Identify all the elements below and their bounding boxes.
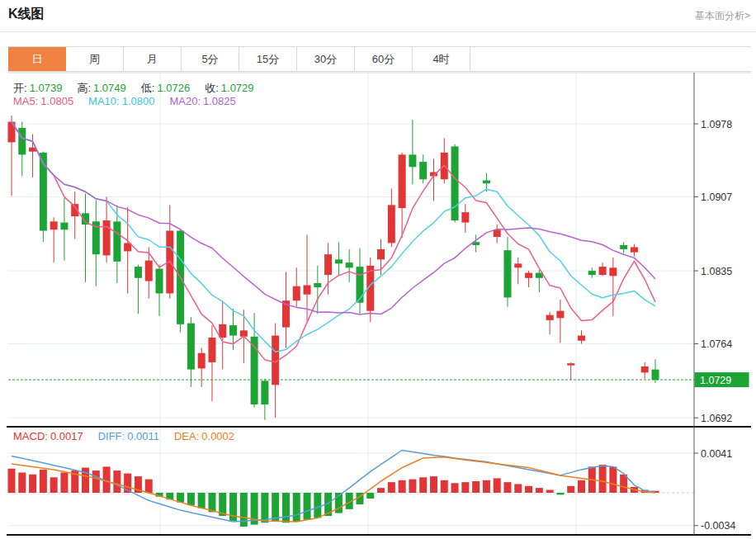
ohlc-legend: 开:1.0739高:1.0749低:1.0726收:1.0729 [13, 81, 269, 96]
price-axis-label: 1.0835 [701, 266, 732, 277]
ohlc-legend-open: 开:1.0739 [13, 82, 62, 94]
legend-label: MA10: [88, 95, 120, 107]
ma-legend: MA5:1.0805MA10:1.0800MA20:1.0825 [13, 95, 251, 107]
ma-legend-ma20: MA20:1.0825 [169, 95, 235, 107]
price-axis-label: 1.0978 [701, 119, 732, 130]
legend-value: 1.0800 [122, 95, 155, 107]
legend-value: 1.0739 [30, 82, 63, 94]
legend-label: 开: [13, 82, 27, 94]
ma-legend-ma10: MA10:1.0800 [88, 95, 154, 107]
macd-legend-macd: MACD:0.0017 [13, 430, 83, 442]
ohlc-legend-close: 收:1.0729 [205, 82, 253, 94]
legend-label: 收: [205, 82, 219, 94]
legend-value: 0.0002 [201, 430, 234, 442]
legend-value: 1.0729 [221, 82, 254, 94]
current-price-badge-text: 1.0729 [700, 375, 731, 386]
ohlc-legend-high: 高:1.0749 [77, 82, 125, 94]
ma-legend-ma5: MA5:1.0805 [13, 95, 73, 107]
legend-label: DIFF: [98, 430, 125, 442]
price-axis-label: 1.0692 [701, 413, 732, 424]
legend-label: MA5: [13, 95, 38, 107]
macd-axis-label: -0.0034 [701, 520, 735, 532]
macd-legend-diff: DIFF:0.0011 [98, 430, 159, 442]
legend-value: 0.0011 [127, 430, 159, 442]
price-axis-label: 1.0907 [701, 191, 732, 203]
legend-value: 1.0749 [93, 82, 126, 94]
legend-label: 低: [141, 82, 155, 94]
macd-legend: MACD:0.0017DIFF:0.0011DEA:0.0002 [13, 430, 249, 442]
chart-plot-area[interactable] [8, 73, 694, 535]
legend-value: 1.0726 [157, 82, 190, 94]
macd-axis-label: 0.0041 [701, 448, 732, 460]
price-axis-label: 1.0764 [701, 338, 732, 350]
macd-legend-dea: DEA:0.0002 [174, 430, 234, 442]
legend-value: 0.0017 [50, 430, 83, 442]
legend-value: 1.0825 [203, 95, 236, 107]
legend-label: MACD: [13, 430, 48, 442]
legend-label: MA20: [169, 95, 201, 107]
legend-label: 高: [77, 82, 91, 94]
legend-value: 1.0805 [40, 95, 73, 107]
legend-label: DEA: [174, 430, 199, 442]
ohlc-legend-low: 低:1.0726 [141, 82, 190, 94]
